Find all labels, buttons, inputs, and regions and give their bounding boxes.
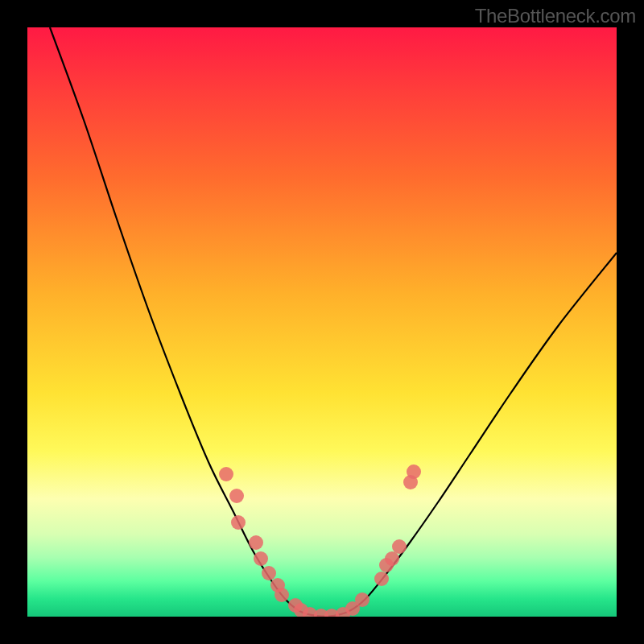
bottleneck-curve (50, 27, 617, 617)
data-point (254, 551, 268, 566)
data-point (407, 464, 421, 479)
data-point (275, 588, 289, 602)
data-point (262, 566, 276, 580)
data-point (392, 539, 407, 554)
watermark-text: TheBottleneck.com (475, 5, 636, 27)
data-point (219, 467, 233, 481)
plot-area (27, 27, 617, 617)
data-point (355, 592, 369, 607)
scatter-points (219, 464, 421, 617)
chart-container: TheBottleneck.com (0, 0, 644, 644)
data-point (231, 515, 246, 530)
data-point (229, 489, 244, 503)
curve-svg (27, 27, 617, 617)
curve-path-group (50, 27, 617, 617)
data-point (374, 572, 389, 586)
data-point (249, 535, 263, 550)
data-point (385, 551, 399, 566)
